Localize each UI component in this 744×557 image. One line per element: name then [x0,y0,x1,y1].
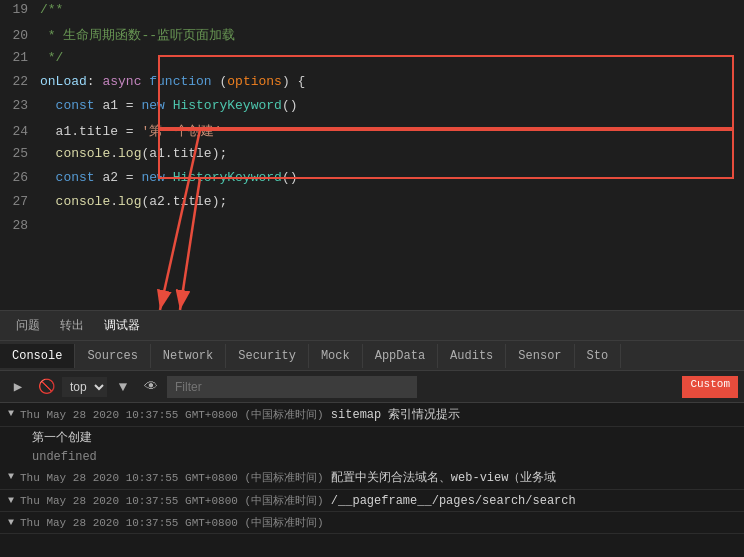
line-content-25: console.log(a1.title); [40,146,227,161]
pageframe-msg: /__pageframe__/pages/search/search [331,494,576,508]
tab-output[interactable]: 转出 [52,313,92,338]
line-num-22: 22 [0,74,40,89]
console-tabs-row: Console Sources Network Security Mock Ap… [0,341,744,371]
context-selector[interactable]: top [62,377,107,397]
devtools-panel: 问题 转出 调试器 Console Sources Network Securi… [0,310,744,557]
code-line-27: 27 console.log(a2.title); [0,194,744,218]
console-msg-3: Thu May 28 2020 10:37:55 GMT+0800 (中国标准时… [20,493,736,508]
ctab-sources[interactable]: Sources [75,344,150,368]
code-line-19: 19 /** [0,2,744,26]
code-line-24: 24 a1.title = '第一个创建' [0,122,744,146]
triangle-icon-1: ▼ [8,408,14,419]
ctab-mock[interactable]: Mock [309,344,363,368]
console-msg-2: Thu May 28 2020 10:37:55 GMT+0800 (中国标准时… [20,469,736,486]
timestamp-4: Thu May 28 2020 10:37:55 GMT+0800 (中国标准时… [20,517,324,529]
code-line-25: 25 console.log(a1.title); [0,146,744,170]
line-content-19: /** [40,2,63,17]
triangle-icon-4: ▼ [8,517,14,528]
code-line-22: 22 onLoad: async function (options) { [0,74,744,98]
line-num-28: 28 [0,218,40,233]
ctab-sto[interactable]: Sto [575,344,622,368]
config-msg: 配置中关闭合法域名、web-view（业务域 [331,471,557,485]
triangle-icon-2: ▼ [8,471,14,482]
console-entry-4[interactable]: ▼ Thu May 28 2020 10:37:55 GMT+0800 (中国标… [0,512,744,534]
eye-btn[interactable]: 👁 [139,375,163,399]
line-num-24: 24 [0,124,40,139]
timestamp-2: Thu May 28 2020 10:37:55 GMT+0800 (中国标准时… [20,472,324,484]
line-content-26: const a2 = new HistoryKeyword() [40,170,297,185]
code-editor: 19 /** 20 * 生命周期函数--监听页面加载 21 */ 22 onLo… [0,0,744,310]
code-line-26: 26 const a2 = new HistoryKeyword() [0,170,744,194]
undefined-entry: undefined [0,448,744,466]
triangle-icon-3: ▼ [8,495,14,506]
code-line-21: 21 */ [0,50,744,74]
line-content-20: * 生命周期函数--监听页面加载 [40,26,235,44]
timestamp-1: Thu May 28 2020 10:37:55 GMT+0800 (中国标准时… [20,409,324,421]
line-num-19: 19 [0,2,40,17]
line-content-21: */ [40,50,63,65]
ctab-sensor[interactable]: Sensor [506,344,574,368]
tab-debugger[interactable]: 调试器 [96,313,148,338]
cursor-btn[interactable]: ▶ [6,375,30,399]
console-group-1[interactable]: ▼ Thu May 28 2020 10:37:55 GMT+0800 (中国标… [0,403,744,427]
line-num-23: 23 [0,98,40,113]
console-group-msg-1: Thu May 28 2020 10:37:55 GMT+0800 (中国标准时… [20,406,736,423]
line-content-24: a1.title = '第一个创建' [40,122,222,140]
line-num-21: 21 [0,50,40,65]
console-msg-4: Thu May 28 2020 10:37:55 GMT+0800 (中国标准时… [20,515,736,530]
timestamp-3: Thu May 28 2020 10:37:55 GMT+0800 (中国标准时… [20,495,324,507]
console-entry-2[interactable]: ▼ Thu May 28 2020 10:37:55 GMT+0800 (中国标… [0,466,744,490]
code-line-28: 28 [0,218,744,242]
code-line-20: 20 * 生命周期函数--监听页面加载 [0,26,744,50]
console-entry-3[interactable]: ▼ Thu May 28 2020 10:37:55 GMT+0800 (中国标… [0,490,744,512]
sitemap-msg: sitemap 索引情况提示 [331,408,461,422]
ctab-security[interactable]: Security [226,344,309,368]
ctab-network[interactable]: Network [151,344,226,368]
console-toolbar: ▶ 🚫 top ▼ 👁 Custom [0,371,744,403]
custom-button[interactable]: Custom [682,376,738,398]
code-line-23: 23 const a1 = new HistoryKeyword() [0,98,744,122]
filter-input[interactable] [167,376,417,398]
ctab-appdata[interactable]: AppData [363,344,438,368]
ctab-audits[interactable]: Audits [438,344,506,368]
clear-btn[interactable]: 🚫 [34,375,58,399]
line-content-23: const a1 = new HistoryKeyword() [40,98,297,113]
devtools-header-tabs: 问题 转出 调试器 [0,311,744,341]
tab-issues[interactable]: 问题 [8,313,48,338]
console-output[interactable]: ▼ Thu May 28 2020 10:37:55 GMT+0800 (中国标… [0,403,744,557]
line-num-25: 25 [0,146,40,161]
line-content-22: onLoad: async function (options) { [40,74,305,89]
code-lines: 19 /** 20 * 生命周期函数--监听页面加载 21 */ 22 onLo… [0,0,744,242]
ctab-console[interactable]: Console [0,344,75,368]
line-num-27: 27 [0,194,40,209]
dropdown-btn[interactable]: ▼ [111,375,135,399]
line-num-20: 20 [0,28,40,43]
line-content-27: console.log(a2.title); [40,194,227,209]
line-num-26: 26 [0,170,40,185]
first-create-entry: 第一个创建 [0,427,744,448]
